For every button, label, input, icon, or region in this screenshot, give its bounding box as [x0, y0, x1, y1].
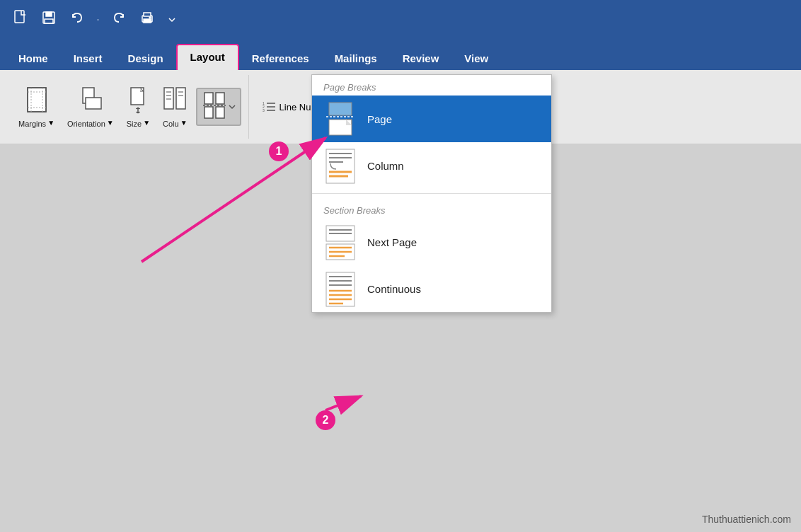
margins-icon — [25, 86, 49, 118]
title-bar: · — [0, 0, 801, 39]
orientation-label-row: Orientation ▼ — [67, 118, 114, 128]
tab-home[interactable]: Home — [6, 47, 61, 70]
svg-rect-29 — [216, 107, 224, 118]
columns-icon — [163, 86, 187, 118]
margins-label-row: Margins ▼ — [18, 118, 54, 128]
breaks-icon — [202, 91, 227, 122]
dropdown-item-page[interactable]: Page — [312, 96, 551, 142]
svg-rect-0 — [15, 11, 24, 23]
redo-icon[interactable] — [108, 7, 129, 32]
dropdown-item-column[interactable]: Column — [312, 142, 551, 189]
svg-rect-28 — [216, 93, 224, 104]
badge-2: 2 — [316, 410, 335, 430]
orientation-label: Orientation — [67, 120, 105, 128]
tab-insert[interactable]: Insert — [61, 47, 115, 70]
margins-dropdown-arrow: ▼ — [47, 119, 54, 127]
columns-button[interactable]: Colu ▼ — [159, 83, 192, 131]
svg-text:3: 3 — [263, 108, 265, 112]
quick-access-dropdown-icon[interactable] — [165, 8, 179, 30]
size-icon — [128, 86, 148, 118]
orientation-button[interactable]: Orientation ▼ — [63, 83, 118, 131]
ribbon-tabs: Home Insert Design Layout References Mai… — [0, 39, 801, 70]
svg-rect-8 — [28, 88, 46, 112]
watermark: Thuthuattienich.com — [702, 514, 791, 525]
columns-label-row: Colu ▼ — [163, 118, 188, 128]
svg-rect-5 — [144, 13, 151, 16]
next-page-break-icon — [323, 224, 357, 260]
svg-rect-18 — [164, 88, 173, 109]
tab-view[interactable]: View — [451, 47, 501, 70]
svg-rect-25 — [204, 93, 213, 104]
section-breaks-header: Section Breaks — [312, 198, 551, 219]
tab-references[interactable]: References — [239, 47, 322, 70]
breaks-dropdown-panel: Page Breaks Page — [311, 74, 552, 313]
tab-design[interactable]: Design — [115, 47, 176, 70]
badge-1: 1 — [269, 141, 289, 161]
separator: · — [96, 12, 100, 27]
size-dropdown-arrow: ▼ — [143, 119, 150, 127]
page-breaks-header: Page Breaks — [312, 75, 551, 96]
svg-point-7 — [149, 17, 151, 18]
svg-rect-3 — [45, 19, 53, 23]
print-icon[interactable] — [137, 7, 158, 32]
ribbon-buttons-row: Margins ▼ Orientation ▼ — [14, 75, 241, 139]
size-button[interactable]: Size ▼ — [122, 83, 154, 131]
document-icon[interactable] — [10, 7, 31, 32]
orientation-dropdown-arrow: ▼ — [107, 119, 114, 127]
breaks-icon-row — [202, 91, 236, 122]
page-break-icon — [323, 101, 357, 137]
columns-label: Colu — [163, 120, 179, 128]
orientation-icon — [79, 86, 103, 118]
dropdown-column-label: Column — [367, 160, 404, 172]
continuous-break-icon — [323, 271, 357, 306]
columns-dropdown-arrow: ▼ — [180, 119, 188, 127]
breaks-button[interactable] — [196, 88, 241, 126]
svg-rect-19 — [176, 88, 185, 109]
svg-rect-6 — [144, 19, 151, 23]
column-break-icon — [323, 148, 357, 183]
breaks-dropdown-arrow-icon — [229, 103, 236, 110]
size-label: Size — [127, 120, 142, 128]
svg-rect-2 — [46, 12, 52, 16]
dropdown-item-next-page[interactable]: Next Page — [312, 219, 551, 265]
dropdown-page-label: Page — [367, 113, 392, 125]
dropdown-next-page-label: Next Page — [367, 236, 417, 248]
size-label-row: Size ▼ — [127, 118, 150, 128]
line-numbers-icon: 1 2 3 — [261, 99, 277, 115]
margins-label: Margins — [18, 120, 46, 128]
dropdown-continuous-label: Continuous — [367, 283, 421, 295]
save-icon[interactable] — [38, 7, 59, 32]
divider-1 — [312, 193, 551, 194]
page-setup-group: Margins ▼ Orientation ▼ — [7, 75, 249, 139]
tab-layout[interactable]: Layout — [176, 44, 239, 70]
dropdown-item-continuous[interactable]: Continuous — [312, 265, 551, 312]
tab-review[interactable]: Review — [390, 47, 452, 70]
undo-icon[interactable] — [67, 7, 88, 32]
margins-button[interactable]: Margins ▼ — [14, 83, 59, 131]
tab-mailings[interactable]: Mailings — [322, 47, 390, 70]
svg-rect-38 — [329, 103, 352, 115]
svg-rect-55 — [326, 272, 355, 306]
svg-rect-26 — [204, 107, 213, 118]
svg-rect-15 — [86, 98, 101, 109]
